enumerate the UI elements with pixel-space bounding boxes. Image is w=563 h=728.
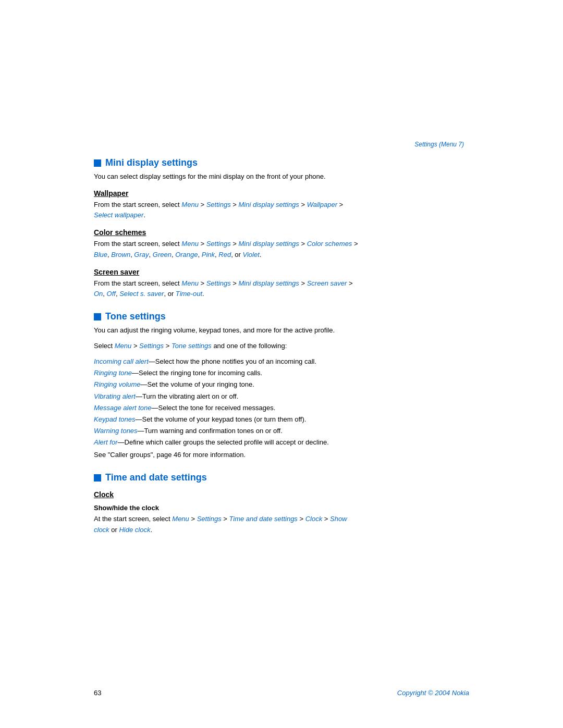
wallpaper-minidisplay-link: Mini display settings (239, 201, 299, 208)
tone-item-message-alert: Message alert tone—Select the tone for r… (94, 402, 469, 414)
showhide-clock-link: Clock (305, 515, 323, 523)
colorschemes-minidisplay-link: Mini display settings (239, 240, 299, 248)
settings-menu-label: Settings (Menu 7) (94, 141, 469, 148)
screensaver-minidisplay-link: Mini display settings (239, 279, 299, 287)
warning-tones-link: Warning tones (94, 427, 138, 435)
colorschemes-blue: Blue (94, 251, 107, 258)
colorschemes-pink: Pink (202, 251, 215, 258)
tone-item-vibrating-alert: Vibrating alert—Turn the vibrating alert… (94, 391, 469, 402)
ringing-tone-link: Ringing tone (94, 369, 132, 377)
mini-display-title: Mini display settings (105, 157, 198, 168)
settings-menu-text: Settings (Menu 7) (414, 141, 464, 148)
mini-display-square-icon (94, 159, 101, 167)
colorschemes-red: Red (218, 251, 231, 258)
wallpaper-heading: Wallpaper (94, 189, 469, 198)
time-date-title: Time and date settings (105, 472, 207, 483)
screensaver-timeout: Time-out (176, 290, 202, 298)
keypad-tones-link: Keypad tones (94, 415, 136, 423)
colorschemes-brown: Brown (111, 251, 130, 258)
colorschemes-menu-link: Menu (181, 240, 199, 248)
tone-item-warning-tones: Warning tones—Turn warning and confirmat… (94, 425, 469, 437)
page: Settings (Menu 7) Mini display settings … (0, 0, 563, 728)
footer-copyright: Copyright © 2004 Nokia (397, 689, 469, 697)
screensaver-on: On (94, 290, 103, 298)
colorschemes-settings-link: Settings (206, 240, 231, 248)
showhide-settings-link: Settings (197, 515, 222, 523)
tone-item-keypad-tones: Keypad tones—Set the volume of your keyp… (94, 414, 469, 425)
message-alert-tone-link: Message alert tone (94, 404, 152, 412)
wallpaper-settings-link: Settings (206, 201, 231, 208)
page-footer: 63 Copyright © 2004 Nokia (0, 689, 563, 697)
ringing-volume-link: Ringing volume (94, 380, 141, 388)
tone-menu-link: Menu (115, 342, 132, 350)
screen-saver-desc: From the start screen, select Menu > Set… (94, 278, 469, 300)
colorschemes-colorschemes-link: Color schemes (307, 240, 352, 248)
screensaver-off: Off (107, 290, 116, 298)
wallpaper-menu-link: Menu (181, 201, 199, 208)
tone-item-alert-for: Alert for—Define which caller groups the… (94, 437, 469, 448)
tone-settings-section-heading: Tone settings (94, 311, 469, 322)
screen-saver-heading: Screen saver (94, 268, 469, 276)
mini-display-description: You can select display settings for the … (94, 171, 469, 182)
color-schemes-desc: From the start screen, select Menu > Set… (94, 239, 469, 261)
colorschemes-green: Green (153, 251, 172, 258)
tone-desc1: You can adjust the ringing volume, keypa… (94, 325, 469, 336)
time-date-section-heading: Time and date settings (94, 472, 469, 483)
showhide-timedate-link: Time and date settings (229, 515, 297, 523)
color-schemes-heading: Color schemes (94, 228, 469, 237)
wallpaper-desc: From the start screen, select Menu > Set… (94, 200, 469, 221)
tone-settings-square-icon (94, 313, 101, 320)
show-hide-heading: Show/hide the clock (94, 504, 469, 512)
screensaver-settings-link: Settings (206, 279, 231, 287)
page-number: 63 (94, 689, 101, 697)
hide-clock-link: Hide clock (119, 526, 150, 534)
alert-for-link: Alert for (94, 438, 118, 446)
colorschemes-orange: Orange (175, 251, 198, 258)
wallpaper-wallpaper-link: Wallpaper (307, 201, 337, 208)
tone-settings-link: Settings (139, 342, 164, 350)
time-date-square-icon (94, 474, 101, 482)
tone-settings-title: Tone settings (105, 311, 166, 322)
showhide-menu-link: Menu (172, 515, 189, 523)
tone-item-ringing-tone: Ringing tone—Select the ringing tone for… (94, 367, 469, 379)
colorschemes-violet: Violet (243, 251, 260, 258)
tone-item-incoming-call: Incoming call alert—Select how the phone… (94, 356, 469, 367)
tone-items-list: Incoming call alert—Select how the phone… (94, 356, 469, 461)
tone-tonesettings-link: Tone settings (172, 342, 212, 350)
incoming-call-alert-link: Incoming call alert (94, 357, 149, 365)
screensaver-menu-link: Menu (181, 279, 199, 287)
wallpaper-select-link: Select wallpaper (94, 211, 143, 219)
vibrating-alert-link: Vibrating alert (94, 392, 136, 400)
tone-desc2: Select Menu > Settings > Tone settings a… (94, 341, 469, 351)
show-hide-desc: At the start screen, select Menu > Setti… (94, 514, 469, 536)
tone-caller-groups-note: See "Caller groups", page 46 for more in… (94, 449, 469, 461)
content-area: Settings (Menu 7) Mini display settings … (94, 0, 469, 590)
colorschemes-gray: Gray (134, 251, 149, 258)
tone-item-ringing-volume: Ringing volume—Set the volume of your ri… (94, 379, 469, 390)
screensaver-screensaver-link: Screen saver (307, 279, 347, 287)
clock-heading: Clock (94, 490, 469, 499)
screensaver-select: Select s. saver (119, 290, 164, 298)
mini-display-section-heading: Mini display settings (94, 157, 469, 168)
